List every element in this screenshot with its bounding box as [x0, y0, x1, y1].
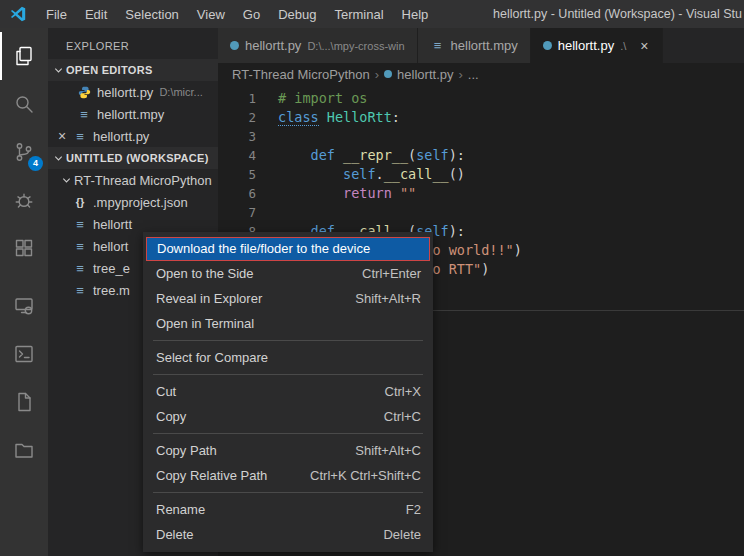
menu-view[interactable]: View: [188, 7, 234, 22]
line-number: 6: [218, 184, 278, 203]
menu-separator: [153, 492, 423, 493]
context-menu-item[interactable]: Select for Compare: [143, 345, 433, 370]
menu-item-label: Copy Relative Path: [156, 463, 267, 488]
menu-item-shortcut: Ctrl+Enter: [362, 261, 421, 286]
breadcrumb-symbol[interactable]: ...: [468, 67, 479, 82]
code-line: 6 return "": [218, 184, 744, 203]
file-dot-icon: [384, 70, 392, 78]
menu-item-shortcut: Ctrl+C: [384, 404, 421, 429]
breadcrumb-file[interactable]: hellortt.py: [397, 67, 453, 82]
tree-file-label: .mpyproject.json: [93, 195, 188, 210]
code-text: class HelloRtt:: [278, 108, 400, 127]
menu-bar: FileEditSelectionViewGoDebugTerminalHelp: [37, 7, 437, 22]
menu-item-label: Cut: [156, 379, 176, 404]
code-line: 5 self.__call__(): [218, 165, 744, 184]
context-menu-item[interactable]: RenameF2: [143, 497, 433, 522]
context-menu-item[interactable]: CutCtrl+X: [143, 379, 433, 404]
open-editors-header[interactable]: OPEN EDITORS: [48, 59, 218, 81]
tree-file-label: tree_e: [93, 261, 130, 276]
tree-file-label: hellort: [93, 239, 128, 254]
menu-file[interactable]: File: [37, 7, 76, 22]
menu-go[interactable]: Go: [234, 7, 269, 22]
open-editor-item[interactable]: ×≡hellortt.py: [48, 125, 218, 147]
explorer-icon[interactable]: [0, 32, 48, 80]
tab-label: hellortt.py: [558, 38, 614, 53]
menu-debug[interactable]: Debug: [269, 7, 325, 22]
json-file-icon: {}: [72, 196, 88, 208]
chevron-down-icon: [58, 175, 74, 186]
file-dot-icon: [230, 41, 239, 50]
debug-icon[interactable]: [0, 176, 48, 224]
breadcrumb-folder[interactable]: RT-Thread MicroPython: [232, 67, 370, 82]
menu-separator: [153, 340, 423, 341]
open-editor-label: hellortt.mpy: [97, 107, 164, 122]
context-menu-item[interactable]: Open to the SideCtrl+Enter: [143, 261, 433, 286]
activity-bar: 4: [0, 28, 48, 556]
context-menu-item[interactable]: DeleteDelete: [143, 522, 433, 547]
menu-selection[interactable]: Selection: [116, 7, 187, 22]
tree-file-label: tree.m: [93, 283, 130, 298]
context-menu-item[interactable]: Open in Terminal: [143, 311, 433, 336]
window-title: hellortt.py - Untitled (Workspace) - Vis…: [493, 7, 744, 21]
tab-hellortt-mpy-1[interactable]: ≡hellortt.mpy: [418, 28, 531, 63]
menu-terminal[interactable]: Terminal: [325, 7, 392, 22]
menu-edit[interactable]: Edit: [76, 7, 116, 22]
tab-hellortt-py-2[interactable]: hellortt.py.\×: [531, 28, 664, 63]
context-menu-item[interactable]: Copy PathShift+Alt+C: [143, 438, 433, 463]
tree-folder-rt-thread[interactable]: RT-Thread MicroPython: [48, 169, 218, 191]
menu-item-label: Select for Compare: [156, 345, 268, 370]
folder-label: RT-Thread MicroPython: [74, 173, 212, 188]
workspace-label: UNTITLED (WORKSPACE): [66, 152, 209, 164]
menu-item-label: Open in Terminal: [156, 311, 254, 336]
search-icon[interactable]: [0, 80, 48, 128]
menu-separator: [153, 374, 423, 375]
breadcrumb-separator: ›: [375, 67, 379, 82]
vscode-window: FileEditSelectionViewGoDebugTerminalHelp…: [0, 0, 744, 556]
line-number: 1: [218, 89, 278, 108]
menu-separator: [153, 433, 423, 434]
remote-device-icon[interactable]: [0, 282, 48, 330]
tab-path: D:\...\mpy-cross-win: [307, 40, 404, 52]
breadcrumb-separator: ›: [458, 67, 462, 82]
chevron-down-icon: [50, 65, 66, 76]
source-control-icon[interactable]: 4: [0, 128, 48, 176]
code-text: # import os: [278, 89, 367, 108]
code-text: def __repr__(self):: [278, 146, 465, 165]
file-list-icon: ≡: [72, 283, 88, 298]
workspace-header[interactable]: UNTITLED (WORKSPACE): [48, 147, 218, 169]
menu-item-label: Copy: [156, 404, 186, 429]
file-list-icon: ≡: [72, 261, 88, 276]
close-icon[interactable]: ×: [54, 128, 70, 144]
tree-file-label: hellortt: [93, 217, 132, 232]
terminal-box-icon[interactable]: [0, 330, 48, 378]
output-file-icon[interactable]: [0, 378, 48, 426]
line-number: 4: [218, 146, 278, 165]
folder-icon[interactable]: [0, 426, 48, 474]
source-control-badge: 4: [28, 156, 43, 171]
context-menu: Download the file/floder to the deviceOp…: [143, 232, 433, 552]
menu-item-shortcut: Ctrl+K Ctrl+Shift+C: [310, 463, 421, 488]
file-list-icon: ≡: [72, 129, 88, 144]
menu-item-shortcut: Shift+Alt+C: [355, 438, 421, 463]
tab-bar: hellortt.pyD:\...\mpy-cross-win≡hellortt…: [218, 28, 744, 63]
menu-item-label: Delete: [156, 522, 194, 547]
menu-item-label: Rename: [156, 497, 205, 522]
line-number: 5: [218, 165, 278, 184]
code-text: return "": [278, 184, 416, 203]
extensions-icon[interactable]: [0, 224, 48, 272]
close-icon[interactable]: ×: [636, 38, 652, 54]
context-menu-item[interactable]: Copy Relative PathCtrl+K Ctrl+Shift+C: [143, 463, 433, 488]
context-menu-item[interactable]: CopyCtrl+C: [143, 404, 433, 429]
open-editor-item[interactable]: hellortt.pyD:\micr...: [48, 81, 218, 103]
menu-help[interactable]: Help: [393, 7, 438, 22]
context-menu-item[interactable]: Download the file/floder to the device: [146, 237, 430, 261]
open-editor-item[interactable]: ≡hellortt.mpy: [48, 103, 218, 125]
code-line: 1# import os: [218, 89, 744, 108]
tab-hellortt-py-0[interactable]: hellortt.pyD:\...\mpy-cross-win: [218, 28, 418, 63]
line-number: 7: [218, 203, 278, 222]
file-list-icon: ≡: [72, 239, 88, 254]
file-list-icon: ≡: [430, 38, 446, 53]
line-number: 2: [218, 108, 278, 127]
context-menu-item[interactable]: Reveal in ExplorerShift+Alt+R: [143, 286, 433, 311]
tree-file-item[interactable]: {}.mpyproject.json: [48, 191, 218, 213]
